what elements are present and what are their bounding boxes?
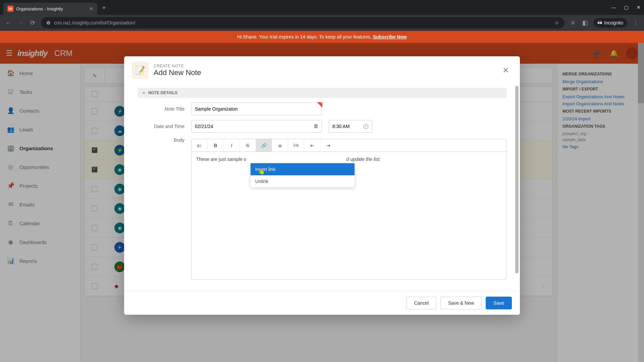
note-title-input[interactable] [191, 103, 322, 115]
editor-toolbar: a↕ B I S 🔗 ≣ ⅟≡ ⇤ ⇥ [192, 139, 506, 152]
back-icon[interactable]: ← [5, 19, 12, 26]
new-tab-button[interactable]: ＋ [101, 3, 107, 12]
strikethrough-button[interactable]: S [240, 139, 256, 152]
insert-link-item[interactable]: Insert link [251, 163, 355, 175]
section-title: NOTE DETAILS [148, 90, 177, 95]
extensions-icon[interactable]: ≡ [569, 19, 577, 26]
reload-icon[interactable]: ⟳ [29, 19, 36, 26]
add-note-modal: 📝 CREATE NOTE Add New Note ✕ ▼ NOTE DETA… [124, 56, 520, 315]
link-button[interactable]: 🔗 [256, 139, 272, 152]
body-text-before: These are just sample o [196, 157, 246, 162]
trial-banner: Hi Shane. Your trial expires in 14 days.… [0, 31, 644, 43]
banner-text: Hi Shane. Your trial expires in 14 days.… [237, 34, 372, 40]
incognito-label: Incognito [604, 20, 623, 25]
calendar-icon[interactable]: 🗓 [314, 124, 318, 129]
address-bar[interactable]: ⚙ crm.na1.insightly.com/list/Organisatio… [41, 17, 565, 28]
chrome-menu-icon[interactable]: ⋮ [632, 19, 639, 26]
tab-close-icon[interactable]: ✕ [89, 6, 93, 11]
italic-button[interactable]: I [224, 139, 240, 152]
cancel-button[interactable]: Cancel [406, 297, 436, 309]
time-value: 8:30 AM [332, 124, 350, 129]
bookmark-icon[interactable]: ☆ [555, 20, 559, 25]
subscribe-link[interactable]: Subscribe Now [373, 34, 407, 40]
label-body: Body [138, 137, 184, 143]
site-settings-icon[interactable]: ⚙ [46, 20, 51, 25]
url-text: crm.na1.insightly.com/list/Organisation/ [54, 20, 136, 25]
modal-title: Add New Note [154, 68, 494, 77]
numbered-list-button[interactable]: ⅟≡ [288, 139, 304, 152]
minimize-icon[interactable]: — [611, 5, 616, 10]
bullet-list-button[interactable]: ≣ [272, 139, 288, 152]
modal-overlay: 📝 CREATE NOTE Add New Note ✕ ▼ NOTE DETA… [0, 43, 644, 362]
indent-button[interactable]: ⇥ [320, 139, 336, 152]
font-size-button[interactable]: a↕ [192, 139, 208, 152]
menu-item-label: Unlink [255, 179, 268, 184]
incognito-icon: 🕶 [597, 20, 602, 25]
editor-content[interactable]: These are just sample o d update the lis… [192, 152, 506, 279]
clock-icon[interactable]: 🕘 [363, 124, 369, 129]
maximize-icon[interactable]: ▢ [624, 5, 629, 10]
close-icon[interactable]: ✕ [500, 63, 512, 78]
date-value: 02/21/24 [195, 124, 213, 129]
rich-text-editor: a↕ B I S 🔗 ≣ ⅟≡ ⇤ ⇥ These are just sampl… [191, 139, 506, 280]
browser-toolbar: ← → ⟳ ⚙ crm.na1.insightly.com/list/Organ… [0, 15, 644, 31]
incognito-badge[interactable]: 🕶 Incognito [593, 18, 627, 27]
modal-header: 📝 CREATE NOTE Add New Note ✕ [124, 56, 520, 84]
modal-scrollbar[interactable] [515, 86, 519, 274]
tab-favicon-icon: in [7, 6, 13, 12]
body-text-after: d update the list. [346, 157, 381, 162]
unlink-item[interactable]: Unlink [251, 175, 355, 187]
side-panel-icon[interactable]: ◧ [581, 19, 589, 26]
required-indicator-icon [317, 102, 322, 108]
modal-body: ▼ NOTE DETAILS Note Title Date and Time … [124, 84, 520, 291]
time-input[interactable]: 8:30 AM 🕘 [329, 120, 372, 133]
section-header[interactable]: ▼ NOTE DETAILS [138, 88, 506, 98]
browser-tab[interactable]: in Organizations - Insightly ✕ [3, 3, 97, 15]
save-and-new-button[interactable]: Save & New [440, 297, 482, 309]
bold-button[interactable]: B [208, 139, 224, 152]
label-note-title: Note Title [138, 106, 184, 112]
window-controls: — ▢ ✕ [611, 5, 641, 10]
note-icon: 📝 [132, 62, 148, 78]
outdent-button[interactable]: ⇤ [304, 139, 320, 152]
close-window-icon[interactable]: ✕ [637, 5, 641, 10]
modal-subtitle: CREATE NOTE [154, 64, 494, 68]
browser-tab-strip: in Organizations - Insightly ✕ ＋ — ▢ ✕ [0, 0, 644, 15]
save-button[interactable]: Save [486, 297, 512, 309]
tab-title: Organizations - Insightly [16, 6, 87, 11]
link-dropdown: Insert link Unlink [251, 163, 355, 187]
date-input[interactable]: 02/21/24 🗓 [191, 120, 322, 133]
chevron-down-icon: ▼ [142, 91, 146, 95]
modal-footer: Cancel Save & New Save [124, 291, 520, 315]
label-datetime: Date and Time [138, 124, 184, 129]
forward-icon: → [17, 19, 24, 26]
